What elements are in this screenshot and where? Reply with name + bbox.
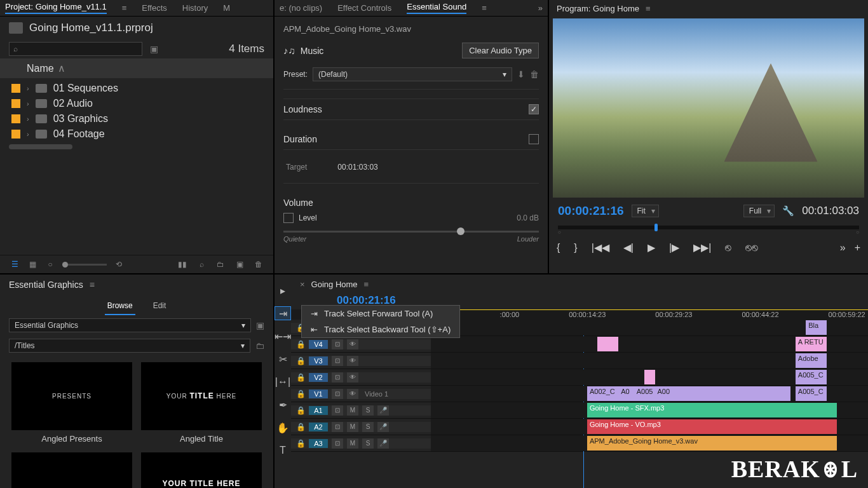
tab-more[interactable]: M: [223, 3, 230, 13]
volume-slider[interactable]: [283, 231, 539, 233]
disclosure-arrow-icon[interactable]: ›: [27, 100, 29, 107]
loudness-checkbox[interactable]: [529, 104, 539, 114]
track-label[interactable]: V4: [309, 340, 328, 349]
program-viewer[interactable]: [553, 18, 864, 198]
hand-tool-icon[interactable]: ✋: [275, 421, 291, 435]
track-label[interactable]: V2: [309, 373, 328, 382]
duration-checkbox[interactable]: [529, 134, 539, 144]
lock-icon[interactable]: 🔒: [296, 423, 305, 431]
tab-project[interactable]: Project: Going Home_v11.1: [5, 2, 107, 14]
lock-icon[interactable]: 🔒: [296, 439, 305, 448]
program-tab[interactable]: Program: Going Home: [557, 4, 639, 13]
lock-icon[interactable]: 🔒: [296, 390, 305, 398]
bin-row[interactable]: › 02 Audio: [0, 96, 273, 111]
clip[interactable]: A002_C: [587, 386, 618, 401]
track-body[interactable]: Going Home - VO.mp3: [431, 419, 868, 435]
track-body[interactable]: A002_CA0A005A00A005_C: [431, 386, 868, 402]
extract-icon[interactable]: ⎋⎋: [745, 242, 758, 254]
lock-icon[interactable]: 🔒: [296, 356, 305, 365]
track-select-tool-icon[interactable]: ⇥: [275, 306, 291, 320]
visibility-toggle-icon[interactable]: 👁: [347, 339, 358, 349]
new-item-icon[interactable]: ▣: [234, 259, 245, 269]
track-label[interactable]: A3: [309, 439, 328, 448]
sync-lock-icon[interactable]: ⊡: [332, 438, 343, 449]
tab-essential-sound[interactable]: Essential Sound: [407, 2, 466, 14]
lock-icon[interactable]: 🔒: [296, 406, 305, 415]
template-card[interactable]: YOUR TITLE HERE DIRECTOR NAME: [141, 452, 262, 488]
track-body[interactable]: APM_Adobe_Going Home_v3.wav: [431, 435, 868, 451]
razor-tool-icon[interactable]: ✂: [275, 352, 291, 366]
go-to-out-icon[interactable]: ▶▶|: [693, 241, 711, 254]
more-transport-icon[interactable]: »: [840, 242, 846, 254]
current-timecode[interactable]: 00:00:21:16: [558, 204, 624, 218]
panel-menu-icon[interactable]: ≡: [646, 4, 651, 13]
solo-toggle[interactable]: S: [362, 405, 374, 416]
clip[interactable]: [728, 386, 790, 401]
project-search-input[interactable]: ⌕: [9, 42, 142, 56]
sync-lock-icon[interactable]: ⊡: [332, 422, 343, 432]
lock-icon[interactable]: 🔒: [296, 340, 305, 349]
voice-over-icon[interactable]: 🎤: [377, 405, 389, 416]
track-label[interactable]: A2: [309, 423, 328, 431]
browse-folder-icon[interactable]: 🗀: [255, 341, 264, 351]
tab-browse[interactable]: Browse: [105, 299, 135, 315]
tab-edit[interactable]: Edit: [151, 299, 169, 315]
solo-toggle[interactable]: S: [362, 422, 374, 432]
sync-lock-icon[interactable]: ⊡: [332, 405, 343, 416]
clip[interactable]: A RETU: [796, 337, 827, 351]
icon-view-icon[interactable]: ▦: [27, 259, 38, 269]
clip[interactable]: A00: [655, 386, 728, 401]
mark-out-icon[interactable]: }: [574, 242, 577, 254]
panel-menu-icon[interactable]: ≡: [90, 280, 95, 290]
visibility-toggle-icon[interactable]: 👁: [347, 356, 358, 366]
level-checkbox[interactable]: [283, 213, 294, 223]
freeform-view-icon[interactable]: ○: [44, 259, 56, 269]
more-tabs-icon[interactable]: »: [538, 3, 543, 13]
slip-tool-icon[interactable]: |↔|: [275, 375, 291, 389]
tab-effects[interactable]: Effects: [142, 3, 167, 13]
tab-history[interactable]: History: [182, 3, 208, 13]
column-header-name[interactable]: Name∧: [0, 58, 273, 78]
disclosure-arrow-icon[interactable]: ›: [27, 85, 29, 92]
delete-icon[interactable]: 🗑: [253, 259, 264, 269]
clip[interactable]: [644, 370, 654, 384]
tab-source[interactable]: e: (no clips): [280, 3, 322, 13]
visibility-toggle-icon[interactable]: 👁: [347, 372, 358, 383]
sync-lock-icon[interactable]: ⊡: [332, 389, 343, 399]
clip[interactable]: A005_C: [796, 386, 827, 401]
mute-toggle[interactable]: M: [347, 438, 358, 449]
sync-lock-icon[interactable]: ⊡: [332, 372, 343, 383]
duration-section[interactable]: Duration: [283, 134, 317, 144]
visibility-toggle-icon[interactable]: 👁: [347, 389, 358, 399]
clip[interactable]: A005: [634, 386, 655, 401]
button-editor-icon[interactable]: +: [855, 242, 860, 254]
new-bin-icon[interactable]: ▣: [150, 44, 158, 54]
disclosure-arrow-icon[interactable]: ›: [27, 115, 29, 123]
clip[interactable]: A0: [618, 386, 634, 401]
audio-type-music[interactable]: ♪♫ Music: [283, 45, 323, 56]
panel-menu-icon[interactable]: ≡: [364, 280, 369, 289]
graphics-category-dropdown[interactable]: Essential Graphics▾: [9, 318, 251, 332]
ripple-edit-tool-icon[interactable]: ⇤⇥: [275, 329, 291, 343]
track-select-backward-tool[interactable]: ⇤ Track Select Backward Tool (⇧+A): [302, 322, 459, 337]
template-card[interactable]: PRESENTS Angled Presents: [11, 362, 132, 444]
lift-icon[interactable]: ⎋: [725, 242, 731, 254]
tab-essential-graphics[interactable]: Essential Graphics: [9, 280, 83, 290]
track-label[interactable]: V3: [309, 356, 328, 365]
delete-preset-icon[interactable]: 🗑: [530, 69, 539, 79]
go-to-in-icon[interactable]: |◀◀: [592, 241, 609, 254]
mute-toggle[interactable]: M: [347, 422, 358, 432]
panel-menu-icon[interactable]: ≡: [122, 3, 127, 13]
disclosure-arrow-icon[interactable]: ›: [27, 130, 29, 138]
new-folder-icon[interactable]: 🗀: [215, 259, 226, 269]
selection-tool-icon[interactable]: ▸: [275, 283, 291, 297]
graphics-path-dropdown[interactable]: /Titles▾: [9, 339, 250, 353]
template-card[interactable]: [11, 452, 132, 488]
settings-icon[interactable]: 🔧: [782, 205, 794, 217]
track-label[interactable]: A1: [309, 406, 328, 415]
bin-row[interactable]: › 01 Sequences: [0, 81, 273, 96]
clip[interactable]: APM_Adobe_Going Home_v3.wav: [587, 436, 837, 451]
pen-tool-icon[interactable]: ✒: [275, 398, 291, 412]
step-forward-icon[interactable]: |▶: [669, 241, 679, 254]
track-select-forward-tool[interactable]: ⇥ Track Select Forward Tool (A): [302, 306, 459, 322]
